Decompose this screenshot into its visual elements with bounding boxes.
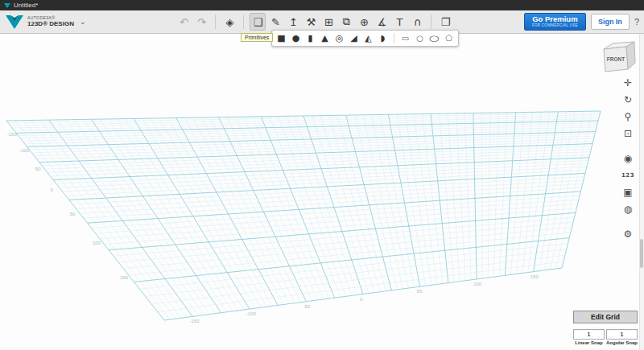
text-icon[interactable]: T [391,13,407,31]
sign-in-button[interactable]: Sign In [591,14,630,30]
svg-text:100: 100 [473,282,482,286]
construct-icon[interactable]: ↥ [285,13,301,31]
pattern-icon[interactable]: ⊞ [320,13,336,31]
torus-icon[interactable]: ◎ [333,32,345,44]
sketch-icon[interactable]: ✎ [267,13,283,31]
primitives-tooltip: Primitives [241,33,273,42]
grid-numbers-icon[interactable]: 123 [621,170,634,181]
hemisphere-icon[interactable]: ◗ [377,32,389,44]
app-menu[interactable]: AUTODESK® 123D® DESIGN ⌄ [5,14,85,30]
go-premium-button[interactable]: Go Premium FOR COMMERCIAL USE [524,13,586,30]
svg-text:150: 150 [530,274,539,279]
linear-snap-input[interactable] [573,329,605,340]
chevron-down-icon: ⌄ [80,18,86,26]
linear-snap-label: Linear Snap [573,340,605,345]
edit-grid-button[interactable]: Edit Grid [573,311,638,323]
svg-text:150: 150 [120,275,129,280]
autodesk-logo-icon [4,3,10,8]
combine-icon[interactable]: ⊕ [356,13,372,31]
svg-text:-100: -100 [246,311,257,316]
angular-snap-label: Angular Snap [606,340,638,345]
rectangle-icon[interactable]: ▭ [399,32,411,44]
123d-logo-icon [5,14,24,30]
snapshot-icon[interactable]: ▣ [621,187,634,198]
scrollbar-thumb[interactable] [640,239,643,268]
box-icon[interactable]: ■ [275,32,287,44]
toolbar-separator [243,14,244,29]
view-cube[interactable]: FRONT [599,39,638,77]
viewcube-front-label: FRONT [607,56,625,62]
zoom-icon[interactable]: ⚲ [621,111,634,122]
svg-text:-50: -50 [34,167,41,171]
toolbar-separator [431,14,431,29]
snap-icon[interactable]: ∩ [409,13,425,31]
sphere-icon[interactable]: ● [290,32,302,44]
polygon-icon[interactable]: ⬠ [443,32,455,44]
navigation-toolbar: ✛ ↻ ⚲ ⊡ ◉ 123 ▣ ◍ ⚙ [621,77,634,240]
window-title: Untitled* [14,2,38,9]
modify-icon[interactable]: ⚒ [303,13,319,31]
svg-text:50: 50 [70,212,76,216]
grid-settings-panel: Edit Grid Linear Snap Angular Snap [573,308,638,345]
svg-text:50: 50 [417,289,423,294]
material-icon[interactable]: ◍ [621,204,634,215]
wedge-icon[interactable]: ◢ [348,32,360,44]
svg-text:0: 0 [51,187,54,192]
grid-canvas[interactable]: -150-150-100-100-50-50005050100100150150 [0,34,644,350]
redo-icon[interactable]: ↷ [193,13,209,31]
svg-text:-150: -150 [7,132,18,137]
cone-icon[interactable]: ▲ [319,32,331,44]
svg-text:-150: -150 [189,319,200,323]
svg-text:-50: -50 [303,304,310,309]
ellipse-icon[interactable]: ○ [425,32,444,44]
svg-text:100: 100 [93,241,101,245]
flyout-separator [394,33,394,43]
transform-icon[interactable]: ◈ [221,13,237,31]
grouping-icon[interactable]: ⧉ [338,13,354,31]
undo-icon[interactable]: ↶ [175,13,192,31]
view-block-icon[interactable]: ❐ [437,13,453,31]
svg-text:-100: -100 [19,148,30,153]
fit-view-icon[interactable]: ⊡ [621,128,634,139]
go-premium-sublabel: FOR COMMERCIAL USE [532,24,578,28]
visibility-icon[interactable]: ◉ [621,153,634,164]
pan-icon[interactable]: ✛ [621,77,634,89]
tools-icon[interactable]: ⚙ [621,229,634,240]
toolbar-separator [215,14,216,29]
primitives-icon[interactable]: ❑ [250,13,266,31]
viewport[interactable]: -150-150-100-100-50-50005050100100150150… [0,34,644,350]
cylinder-icon[interactable]: ▮ [304,32,316,44]
app-window: Untitled* AUTODESK® 123D® DESIGN ⌄ ↶ ↷ ◈… [0,0,644,350]
orbit-icon[interactable]: ↻ [621,94,634,105]
angular-snap-input[interactable] [606,329,638,340]
help-button[interactable]: ? [634,17,639,27]
svg-text:0: 0 [360,297,363,302]
brand-product: 123D® DESIGN [27,21,74,27]
measure-icon[interactable]: ∡ [374,13,390,31]
circle-icon[interactable]: ○ [414,32,426,44]
primitives-flyout: ■ ● ▮ ▲ ◎ ◢ ◭ ◗ ▭ ○ ○ ⬠ [271,30,459,47]
scrollbar[interactable] [639,34,644,350]
titlebar: Untitled* [0,0,644,10]
pyramid-icon[interactable]: ◭ [362,32,374,44]
